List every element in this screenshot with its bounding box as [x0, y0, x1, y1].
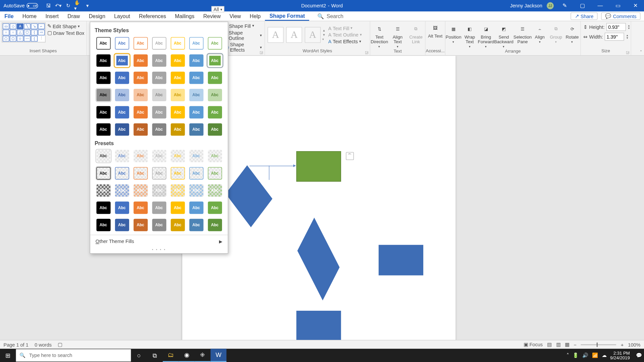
gallery-filter-all[interactable]: All▾: [211, 6, 224, 12]
preset-style-swatch[interactable]: Abc: [133, 167, 148, 179]
spell-check-icon[interactable]: ▢: [58, 342, 62, 347]
preset-style-swatch[interactable]: Abc: [152, 201, 166, 214]
preset-style-swatch[interactable]: Abc: [152, 150, 166, 162]
theme-style-swatch[interactable]: Abc: [189, 106, 203, 118]
text-effects-button[interactable]: AText Effects ▾: [328, 39, 361, 44]
theme-style-swatch[interactable]: Abc: [189, 54, 203, 67]
onedrive-icon[interactable]: ☁: [602, 353, 607, 358]
comments-button[interactable]: 💬Comments: [601, 12, 641, 20]
user-name[interactable]: Jenny Jackson: [510, 3, 542, 8]
theme-style-swatch[interactable]: Abc: [133, 89, 148, 101]
focus-mode[interactable]: ▣ Focus: [524, 342, 543, 347]
position-button[interactable]: ▦Position▾: [445, 22, 462, 44]
shape-rectangle-blue-1[interactable]: [379, 245, 423, 276]
tab-layout[interactable]: Layout: [110, 11, 135, 21]
bring-forward-button[interactable]: ◪Bring Forward▾: [478, 22, 494, 49]
text-outline-button[interactable]: AText Outline ▾: [328, 32, 361, 38]
preset-style-swatch[interactable]: Abc: [189, 167, 203, 179]
wrap-text-button[interactable]: ◧Wrap Text▾: [462, 22, 478, 49]
view-web-icon[interactable]: ▦: [565, 342, 569, 347]
preset-style-swatch[interactable]: Abc: [115, 150, 129, 162]
theme-style-swatch[interactable]: Abc: [115, 54, 129, 67]
theme-style-swatch[interactable]: Abc: [152, 89, 166, 101]
taskbar-search[interactable]: 🔍 Type here to search: [16, 349, 131, 362]
preset-style-swatch[interactable]: Abc: [115, 184, 129, 197]
flyout-resize-handle[interactable]: • • • •: [90, 247, 228, 253]
tray-expand-icon[interactable]: ˄: [567, 353, 569, 358]
size-launcher[interactable]: ◲: [626, 50, 630, 54]
shape-styles-launcher[interactable]: ◲: [260, 50, 263, 54]
save-icon[interactable]: 🖫: [45, 2, 52, 9]
rotate-button[interactable]: ⟳Rotate▾: [564, 22, 580, 44]
shape-outline-button[interactable]: ✎Shape Outline ▾: [223, 30, 262, 41]
word-icon[interactable]: W: [211, 349, 226, 362]
height-input[interactable]: [606, 23, 626, 31]
wifi-icon[interactable]: 📶: [592, 353, 598, 358]
edit-shape-button[interactable]: ✎Edit Shape▾: [47, 23, 84, 29]
touch-mode-icon[interactable]: ✋▾: [74, 2, 81, 9]
start-button[interactable]: ⊞: [0, 352, 16, 359]
theme-style-swatch[interactable]: Abc: [96, 37, 110, 50]
theme-style-swatch[interactable]: Abc: [189, 72, 203, 84]
shape-fill-button[interactable]: ◪Shape Fill ▾: [223, 23, 262, 29]
preset-style-swatch[interactable]: Abc: [96, 150, 110, 162]
explorer-icon[interactable]: 🗂: [163, 349, 178, 362]
view-read-icon[interactable]: ▥: [556, 342, 560, 347]
theme-style-swatch[interactable]: Abc: [133, 106, 148, 118]
theme-style-swatch[interactable]: Abc: [115, 106, 129, 118]
theme-style-swatch[interactable]: Abc: [170, 123, 184, 136]
theme-style-swatch[interactable]: Abc: [152, 37, 166, 50]
preset-style-swatch[interactable]: Abc: [115, 201, 129, 214]
tab-view[interactable]: View: [225, 11, 245, 21]
theme-style-swatch[interactable]: Abc: [189, 37, 203, 50]
preset-style-swatch[interactable]: Abc: [189, 184, 203, 197]
autosave-toggle[interactable]: Off: [26, 3, 38, 8]
taskbar-clock[interactable]: 2:31 PM9/24/2019: [610, 351, 633, 360]
preset-style-swatch[interactable]: Abc: [189, 201, 203, 214]
preset-style-swatch[interactable]: Abc: [133, 150, 148, 162]
shape-effects-button[interactable]: ◯Shape Effects ▾: [223, 42, 262, 53]
shapes-gallery-mini[interactable]: ▭◇A╲↘⌐ ○○△⬡{⇨ ⬠⬡☆〰{⋮: [2, 22, 46, 42]
preset-style-swatch[interactable]: Abc: [115, 219, 129, 231]
theme-style-swatch[interactable]: Abc: [133, 37, 148, 50]
tab-home[interactable]: Home: [18, 11, 41, 21]
group-button[interactable]: ⧉Group▾: [548, 22, 564, 44]
wordart-style-1[interactable]: A: [268, 27, 283, 43]
ribbon-display-icon[interactable]: ▢: [576, 3, 589, 9]
preset-style-swatch[interactable]: Abc: [152, 184, 166, 197]
alt-text-button[interactable]: 🖼Alt Text: [426, 21, 445, 38]
volume-icon[interactable]: 🔊: [582, 353, 588, 358]
preset-style-swatch[interactable]: Abc: [96, 219, 110, 231]
undo-icon[interactable]: ↶▾: [55, 2, 62, 9]
preset-style-swatch[interactable]: Abc: [170, 184, 184, 197]
height-spinner[interactable]: ▲▼: [628, 24, 632, 30]
draw-text-box-button[interactable]: ▢Draw Text Box: [47, 30, 84, 36]
theme-style-swatch[interactable]: Abc: [189, 89, 203, 101]
theme-style-swatch[interactable]: Abc: [208, 123, 222, 136]
tab-shape-format[interactable]: Shape Format: [265, 11, 309, 21]
layout-options-icon[interactable]: ⌒: [346, 152, 354, 160]
share-button[interactable]: ↗Share: [571, 12, 598, 20]
theme-style-swatch[interactable]: Abc: [152, 123, 166, 136]
view-print-icon[interactable]: ▤: [547, 342, 551, 347]
battery-icon[interactable]: 🔋: [573, 353, 579, 358]
preset-style-swatch[interactable]: Abc: [133, 201, 148, 214]
theme-style-swatch[interactable]: Abc: [115, 72, 129, 84]
preset-style-swatch[interactable]: Abc: [189, 150, 203, 162]
preset-style-swatch[interactable]: Abc: [96, 167, 110, 179]
width-spinner[interactable]: ▲▼: [626, 34, 630, 40]
theme-style-swatch[interactable]: Abc: [133, 54, 148, 67]
cortana-icon[interactable]: ○: [131, 349, 147, 362]
theme-style-swatch[interactable]: Abc: [96, 54, 110, 67]
theme-style-swatch[interactable]: Abc: [208, 54, 222, 67]
text-fill-button[interactable]: AText Fill ▾: [328, 25, 361, 31]
theme-style-swatch[interactable]: Abc: [208, 106, 222, 118]
shape-connector[interactable]: [250, 166, 269, 180]
preset-style-swatch[interactable]: Abc: [115, 167, 129, 179]
theme-style-swatch[interactable]: Abc: [96, 123, 110, 136]
tab-mailings[interactable]: Mailings: [170, 11, 199, 21]
preset-style-swatch[interactable]: Abc: [208, 201, 222, 214]
theme-style-swatch[interactable]: Abc: [152, 54, 166, 67]
preset-style-swatch[interactable]: Abc: [208, 167, 222, 179]
align-text-button[interactable]: ☰Align Text▾: [388, 22, 407, 49]
